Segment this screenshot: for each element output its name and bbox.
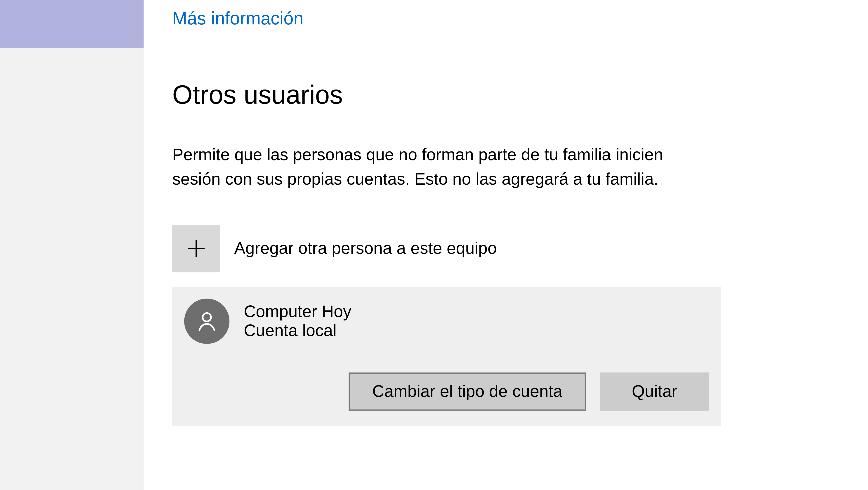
user-row[interactable]: Computer Hoy Cuenta local: [184, 299, 709, 344]
more-info-link[interactable]: Más información: [172, 8, 303, 29]
svg-point-2: [203, 313, 211, 321]
remove-user-button[interactable]: Quitar: [600, 373, 709, 411]
user-actions: Cambiar el tipo de cuenta Quitar: [184, 373, 709, 411]
sidebar: [0, 0, 144, 490]
user-panel: Computer Hoy Cuenta local Cambiar el tip…: [172, 287, 721, 426]
user-avatar-icon: [184, 299, 229, 344]
add-person-label: Agregar otra persona a este equipo: [234, 239, 497, 258]
plus-icon: [172, 225, 220, 273]
user-account-type: Cuenta local: [244, 321, 351, 340]
change-account-type-button[interactable]: Cambiar el tipo de cuenta: [349, 373, 586, 411]
add-person-button[interactable]: Agregar otra persona a este equipo: [172, 225, 868, 273]
main-content: Más información Otros usuarios Permite q…: [172, 0, 868, 426]
other-users-description: Permite que las personas que no forman p…: [172, 143, 703, 191]
sidebar-selected-item[interactable]: [0, 0, 144, 48]
user-name: Computer Hoy: [244, 302, 351, 321]
other-users-heading: Otros usuarios: [172, 80, 868, 110]
